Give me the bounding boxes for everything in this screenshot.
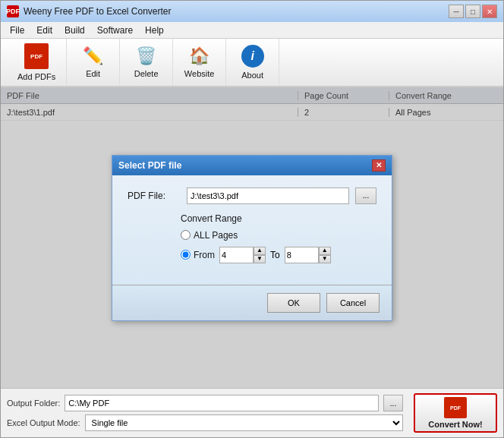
from-spin-up[interactable]: ▲ bbox=[254, 247, 266, 255]
to-spin-down[interactable]: ▼ bbox=[319, 255, 331, 263]
pdf-file-input[interactable] bbox=[187, 187, 349, 204]
convert-now-button[interactable]: Convert Now! bbox=[414, 393, 497, 433]
add-pdfs-button[interactable]: Add PDFs bbox=[7, 39, 67, 86]
pdf-icon bbox=[24, 43, 49, 69]
delete-icon: 🗑️ bbox=[136, 46, 156, 66]
delete-label: Delete bbox=[134, 69, 159, 78]
menu-edit[interactable]: Edit bbox=[30, 24, 58, 37]
app-icon: PDF bbox=[7, 5, 19, 17]
output-folder-field-row: Output Folder: ... bbox=[7, 395, 403, 411]
from-input[interactable] bbox=[219, 247, 254, 263]
menu-build[interactable]: Build bbox=[58, 24, 91, 37]
modal-overlay: Select PDF file ✕ PDF File: ... Convert … bbox=[1, 87, 503, 388]
output-folder-input[interactable] bbox=[65, 395, 379, 411]
output-folder-label: Output Folder: bbox=[7, 399, 60, 408]
edit-label: Edit bbox=[86, 69, 100, 78]
pdf-file-row: PDF File: ... bbox=[128, 187, 376, 204]
house-icon: 🏠 bbox=[189, 46, 209, 66]
modal-title-bar: Select PDF file ✕ bbox=[112, 156, 392, 175]
menu-file[interactable]: File bbox=[4, 24, 30, 37]
window-title: Weeny Free PDF to Excel Converter bbox=[24, 6, 449, 17]
modal-footer: OK Cancel bbox=[112, 285, 392, 320]
main-window: PDF Weeny Free PDF to Excel Converter ─ … bbox=[0, 0, 504, 438]
select-pdf-dialog: Select PDF file ✕ PDF File: ... Convert … bbox=[112, 155, 392, 321]
from-label: From bbox=[194, 250, 215, 260]
delete-button[interactable]: 🗑️ Delete bbox=[120, 39, 173, 86]
add-pdfs-label: Add PDFs bbox=[17, 72, 55, 81]
minimize-button[interactable]: ─ bbox=[449, 5, 464, 18]
all-pages-label: ALL Pages bbox=[194, 230, 238, 241]
to-spinner: ▲ ▼ bbox=[319, 247, 331, 263]
info-icon: i bbox=[241, 45, 264, 68]
website-label: Website bbox=[184, 69, 215, 78]
about-label: About bbox=[241, 71, 263, 80]
all-pages-option[interactable]: ALL Pages bbox=[181, 230, 238, 241]
close-button[interactable]: ✕ bbox=[482, 5, 497, 18]
pdf-file-label: PDF File: bbox=[128, 191, 181, 201]
menu-help[interactable]: Help bbox=[139, 24, 170, 37]
file-list-area: PDF File Page Count Convert Range J:\tes… bbox=[1, 87, 503, 388]
menu-bar: File Edit Build Software Help bbox=[1, 22, 503, 39]
excel-output-label: Excel Output Mode: bbox=[7, 418, 80, 427]
pencil-icon: ✏️ bbox=[83, 46, 103, 66]
convert-range-label: Convert Range bbox=[181, 213, 376, 224]
output-folder-row: Output Folder: ... Excel Output Mode: Si… bbox=[7, 393, 497, 433]
cancel-button[interactable]: Cancel bbox=[326, 293, 380, 313]
to-spinner-wrap: ▲ ▼ bbox=[285, 247, 331, 263]
output-browse-button[interactable]: ... bbox=[383, 395, 403, 411]
modal-body: PDF File: ... Convert Range ALL Pages bbox=[112, 175, 392, 285]
convert-pdf-icon bbox=[444, 397, 467, 418]
maximize-button[interactable]: □ bbox=[465, 5, 480, 18]
bottom-bar: Output Folder: ... Excel Output Mode: Si… bbox=[1, 388, 503, 437]
from-radio[interactable] bbox=[181, 250, 191, 260]
to-input[interactable] bbox=[285, 247, 319, 263]
convert-now-label: Convert Now! bbox=[428, 420, 483, 429]
website-button[interactable]: 🏠 Website bbox=[173, 39, 226, 86]
title-bar: PDF Weeny Free PDF to Excel Converter ─ … bbox=[1, 1, 503, 22]
all-pages-row: ALL Pages bbox=[181, 230, 376, 241]
to-spin-up[interactable]: ▲ bbox=[319, 247, 331, 255]
range-row: From ▲ ▼ To ▲ bbox=[181, 247, 376, 263]
modal-title: Select PDF file bbox=[118, 160, 372, 171]
from-spin-down[interactable]: ▼ bbox=[254, 255, 266, 263]
all-pages-radio[interactable] bbox=[181, 230, 191, 240]
about-button[interactable]: i About bbox=[226, 39, 279, 86]
toolbar: Add PDFs ✏️ Edit 🗑️ Delete 🏠 Website i A… bbox=[1, 39, 503, 87]
ok-button[interactable]: OK bbox=[267, 293, 320, 313]
excel-output-row: Excel Output Mode: Single file Multiple … bbox=[7, 414, 403, 431]
from-option[interactable]: From bbox=[181, 250, 215, 260]
from-spinner: ▲ ▼ bbox=[254, 247, 266, 263]
menu-software[interactable]: Software bbox=[91, 24, 139, 37]
excel-output-select[interactable]: Single file Multiple files bbox=[85, 414, 403, 431]
from-spinner-wrap: ▲ ▼ bbox=[219, 247, 266, 263]
bottom-fields: Output Folder: ... Excel Output Mode: Si… bbox=[7, 395, 403, 431]
edit-button[interactable]: ✏️ Edit bbox=[67, 39, 120, 86]
window-controls: ─ □ ✕ bbox=[449, 5, 497, 18]
modal-close-button[interactable]: ✕ bbox=[372, 159, 386, 172]
to-label: To bbox=[270, 250, 280, 260]
pdf-browse-button[interactable]: ... bbox=[355, 187, 376, 204]
